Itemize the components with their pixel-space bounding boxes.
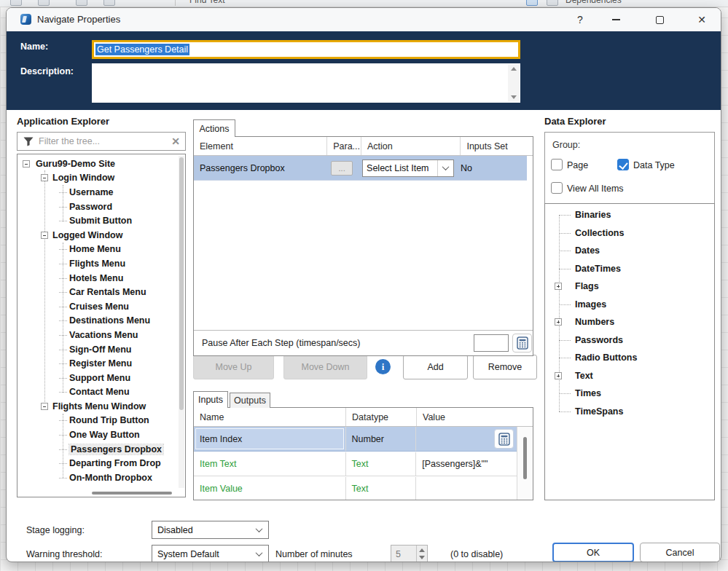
tree-item[interactable]: Hotels Menu [17,271,185,286]
tree-item[interactable]: Password [17,200,185,214]
scrollbar-thumb[interactable] [179,157,184,410]
tree-item[interactable]: TimeSpans [545,403,714,421]
input-name-cell[interactable]: Item Index [194,427,346,451]
scrollbar-thumb[interactable] [523,437,527,479]
tree-item[interactable]: Text [545,367,714,385]
tree-item[interactable]: Contact Menu [17,385,185,400]
input-name-cell[interactable]: Item Value [194,477,346,500]
tree-item[interactable]: Times [545,385,714,403]
input-row-item-value[interactable]: Item Value Text [194,477,517,500]
collapse-icon[interactable] [41,403,48,410]
input-datatype-cell[interactable]: Text [346,452,417,476]
inputs-set-cell[interactable]: No [456,156,527,180]
collapse-icon[interactable] [23,160,30,168]
ok-button[interactable]: OK [552,543,634,562]
stage-logging-dropdown[interactable]: Disabled [152,521,269,539]
input-value-cell[interactable]: [Passengers]&"" [416,452,517,476]
info-icon[interactable]: i [375,359,391,374]
description-input[interactable] [92,63,520,103]
tree-item[interactable]: Cruises Menu [17,299,185,314]
input-row-item-index[interactable]: Item Index Number [194,427,517,452]
page-checkbox-label[interactable]: Page [567,160,588,170]
tree-item[interactable]: Numbers [545,313,714,331]
description-scrollbar[interactable] [508,64,520,102]
close-button[interactable]: ✕ [692,12,711,28]
column-inputs-set[interactable]: Inputs Set [461,137,533,155]
help-button[interactable]: ? [572,12,588,28]
tree-item[interactable]: Images [545,296,714,314]
tree-item[interactable]: Vacations Menu [17,328,185,342]
view-all-items-checkbox-label[interactable]: View All Items [567,184,624,194]
action-element-cell[interactable]: Passengers Dropbox [194,156,325,180]
data-type-checkbox[interactable] [617,159,629,170]
collapse-icon[interactable] [41,174,48,181]
spinner-buttons[interactable] [416,546,427,562]
minimize-button[interactable] [607,12,625,28]
tree-item[interactable]: Guru99-Demo Site [17,157,185,171]
column-element[interactable]: Element [194,137,327,155]
tree-item[interactable]: Login Window [17,171,185,186]
tree-item[interactable]: Destinations Menu [17,314,185,328]
tree-item[interactable]: Logged Window [17,228,185,243]
tab-outputs[interactable]: Outputs [230,393,270,408]
tree-item[interactable]: Submit Button [17,213,185,228]
titlebar[interactable]: Navigate Properties ? ✕ [7,8,721,31]
tree-item[interactable]: One Way Button [17,428,185,442]
tree-vertical-scrollbar[interactable] [179,156,184,488]
column-value[interactable]: Value [417,408,518,426]
scrollbar-thumb[interactable] [92,492,172,495]
tree-item[interactable]: Username [17,185,185,200]
tree-item[interactable]: Register Menu [17,356,185,371]
warning-threshold-dropdown[interactable]: System Default [152,545,269,562]
expand-icon[interactable] [555,283,562,290]
input-row-item-text[interactable]: Item Text Text [Passengers]&"" [194,452,517,476]
tree-item[interactable]: Sign-Off Menu [17,342,185,357]
tree-item[interactable]: Dates [545,242,714,260]
input-value-cell[interactable] [416,477,517,500]
pause-expression-button[interactable] [512,334,532,353]
tree-item-passengers-dropbox[interactable]: Passengers Dropbox [17,442,185,457]
tree-item[interactable]: Home Menu [17,243,185,257]
tab-actions[interactable]: Actions [193,119,235,137]
tree-horizontal-scrollbar[interactable] [19,491,179,495]
params-ellipsis-button[interactable]: ... [331,161,353,176]
expand-icon[interactable] [555,372,562,379]
cancel-button[interactable]: Cancel [640,543,720,562]
dropdown-button[interactable] [437,160,453,176]
column-action[interactable]: Action [361,137,461,155]
input-datatype-cell[interactable]: Number [346,427,417,451]
input-name-cell[interactable]: Item Text [194,452,346,476]
tree-item[interactable]: DateTimes [545,260,714,278]
clear-filter-icon[interactable]: ✕ [171,135,180,147]
tree-item[interactable]: Support Menu [17,371,185,385]
tree-item[interactable]: Flags [545,277,714,296]
tree-item[interactable]: Radio Buttons [545,349,714,367]
tree-item[interactable]: Car Rentals Menu [17,285,185,299]
input-value-cell[interactable] [416,427,517,451]
expand-icon[interactable] [555,318,562,326]
value-expression-button[interactable] [494,429,514,449]
tree-item[interactable]: Flights Menu [17,256,185,271]
page-checkbox[interactable] [551,159,563,170]
actions-table-row[interactable]: Passengers Dropbox ... Select List Item … [194,156,527,181]
column-params[interactable]: Para... [327,137,361,155]
tab-inputs[interactable]: Inputs [193,391,228,408]
move-up-button[interactable]: Move Up [193,355,274,379]
column-datatype[interactable]: Datatype [346,408,417,426]
tree-item[interactable]: Round Trip Button [17,414,185,428]
remove-button[interactable]: Remove [473,355,537,379]
move-down-button[interactable]: Move Down [283,355,367,379]
tree-item[interactable]: Departing From Drop [17,456,185,470]
inputs-vertical-scrollbar[interactable] [517,427,533,500]
maximize-button[interactable] [651,12,668,28]
data-type-checkbox-label[interactable]: Data Type [633,160,675,170]
tree-item[interactable]: Flights Menu Window [17,399,185,414]
tree-item[interactable]: Passwords [545,331,714,350]
pause-input[interactable] [474,334,509,352]
column-name[interactable]: Name [194,408,346,426]
action-dropdown[interactable]: Select List Item [362,160,454,177]
name-input[interactable]: Get Passengers Detail [92,40,520,59]
filter-input[interactable] [34,136,171,146]
tree-item[interactable]: Binaries [545,206,714,224]
view-all-items-checkbox[interactable] [551,182,563,194]
